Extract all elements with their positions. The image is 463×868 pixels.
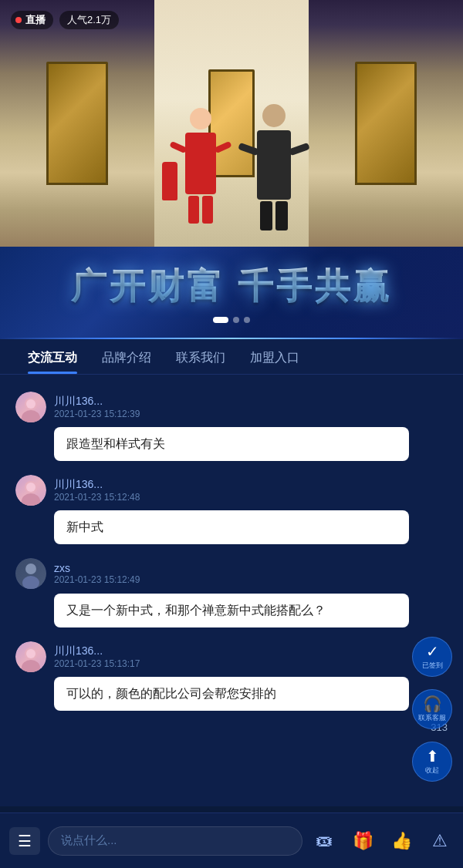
person-red-body [185, 133, 216, 194]
menu-icon: ☰ [18, 832, 32, 850]
person-red-leg-left [188, 196, 199, 224]
avatar-image [15, 641, 46, 672]
banner-dot-1[interactable] [213, 317, 228, 323]
checkin-button[interactable]: ✓ 已签到 [412, 637, 452, 677]
avatar [15, 392, 46, 422]
customer-service-button[interactable]: 🎧 联系客服 [412, 689, 452, 729]
tabs-section: 交流互动 品牌介绍 联系我们 加盟入口 [0, 339, 463, 375]
customer-service-label: 联系客服 [418, 713, 446, 723]
person-red-leg-right [202, 196, 213, 224]
chat-input[interactable]: 说点什么... [48, 826, 302, 856]
svg-point-5 [26, 483, 35, 492]
tabs-row: 交流互动 品牌介绍 联系我们 加盟入口 [0, 339, 463, 374]
collapse-icon: ⬆ [426, 749, 439, 764]
chat-bubble: 可以的，颜色的配比公司会帮您安排的 [54, 677, 409, 711]
checkin-icon: ✓ [426, 644, 439, 659]
collapse-label: 收起 [425, 765, 439, 775]
video-section: 直播 人气2.1万 [0, 0, 463, 247]
svg-point-2 [26, 399, 35, 409]
avatar-image [15, 392, 46, 422]
chat-bubble: 跟造型和样式有关 [54, 427, 409, 461]
banner-dot-2[interactable] [233, 317, 239, 323]
banner-dot-3[interactable] [244, 317, 250, 323]
chat-section: 川川136... 2021-01-23 15:12:39 跟造型和样式有关 川川… [0, 375, 463, 806]
svg-point-7 [22, 576, 39, 589]
svg-point-1 [22, 410, 40, 422]
chat-username: 川川136... [54, 395, 140, 409]
coupon-icon: 🎟 [316, 831, 333, 851]
tab-brand[interactable]: 品牌介绍 [90, 339, 164, 374]
coupon-button[interactable]: 🎟 [310, 827, 338, 855]
list-item: 川川136... 2021-01-23 15:13:17 可以的，颜色的配比公司… [0, 637, 463, 715]
door-right [355, 62, 417, 185]
svg-point-10 [26, 649, 35, 658]
checkin-label: 已签到 [422, 661, 443, 671]
chat-time: 2021-01-23 15:12:49 [54, 574, 140, 585]
right-action-buttons: ✓ 已签到 🎧 联系客服 ⬆ 收起 [412, 637, 452, 782]
banner-section: 广开财富 千手共赢 [0, 247, 463, 339]
person-dark [247, 104, 301, 204]
chat-meta: 川川136... 2021-01-23 15:12:48 [54, 478, 140, 503]
avatar [15, 641, 46, 672]
banner-dots[interactable] [213, 317, 250, 323]
avatar-image [15, 475, 46, 506]
gift-icon: 🎁 [353, 831, 373, 851]
bottom-bar: ☰ 说点什么... 🎟 🎁 👍 ⚠ [0, 812, 463, 868]
silhouette-icon [15, 558, 46, 589]
collapse-button[interactable]: ⬆ 收起 [412, 742, 452, 782]
report-icon: ⚠ [432, 831, 448, 851]
person-dark-leg-left [260, 201, 272, 230]
headset-icon: 🎧 [423, 696, 442, 712]
chat-header: 川川136... 2021-01-23 15:13:17 [15, 641, 448, 672]
chat-time: 2021-01-23 15:13:17 [54, 658, 140, 669]
chat-header: zxs 2021-01-23 15:12:49 [15, 558, 448, 589]
video-bg [0, 0, 463, 247]
chat-meta: 川川136... 2021-01-23 15:13:17 [54, 644, 140, 669]
like-button[interactable]: 👍 [387, 827, 415, 855]
person-red-head [190, 108, 211, 130]
chat-username: zxs [54, 562, 140, 574]
live-dot [15, 17, 22, 23]
banner-text: 广开财富 千手共赢 [71, 263, 393, 311]
person-red [177, 108, 224, 200]
chat-header: 川川136... 2021-01-23 15:12:39 [15, 392, 448, 422]
chat-time: 2021-01-23 15:12:39 [54, 409, 140, 419]
report-button[interactable]: ⚠ [426, 827, 454, 855]
person-dark-body [257, 130, 291, 200]
chat-username: 川川136... [54, 644, 140, 658]
live-badge: 直播 人气2.1万 [11, 11, 119, 29]
person-dark-legs [247, 201, 301, 230]
like-icon: 👍 [391, 831, 412, 851]
chat-meta: zxs 2021-01-23 15:12:49 [54, 562, 140, 585]
chat-username: 川川136... [54, 478, 140, 492]
chat-meta: 川川136... 2021-01-23 15:12:39 [54, 395, 140, 419]
list-item: zxs 2021-01-23 15:12:49 又是一个新中式，和那个禅意新中式… [0, 553, 463, 632]
tab-chat[interactable]: 交流互动 [15, 339, 90, 374]
person-dark-leg-right [275, 201, 288, 230]
chat-bubble: 又是一个新中式，和那个禅意新中式能搭配么？ [54, 594, 409, 627]
list-item: 川川136... 2021-01-23 15:12:48 新中式 [0, 470, 463, 549]
chat-time: 2021-01-23 15:12:48 [54, 492, 140, 503]
gift-button[interactable]: 🎁 [349, 827, 377, 855]
svg-point-9 [22, 660, 40, 672]
person-red-legs [177, 196, 224, 224]
tab-contact[interactable]: 联系我们 [164, 339, 238, 374]
tab-join[interactable]: 加盟入口 [238, 339, 312, 374]
svg-point-6 [25, 564, 36, 574]
person-dark-head [262, 104, 286, 127]
menu-button[interactable]: ☰ [9, 827, 40, 855]
popularity-count: 人气2.1万 [59, 11, 119, 29]
list-item: 川川136... 2021-01-23 15:12:39 跟造型和样式有关 [0, 387, 463, 466]
fire-extinguisher [162, 162, 177, 200]
live-indicator: 直播 [11, 11, 53, 29]
chat-bubble: 新中式 [54, 510, 409, 544]
avatar-image [15, 558, 46, 589]
live-label: 直播 [25, 13, 46, 27]
chat-header: 川川136... 2021-01-23 15:12:48 [15, 475, 448, 506]
door-left [46, 62, 108, 185]
svg-point-4 [22, 493, 40, 506]
avatar [15, 558, 46, 589]
avatar [15, 475, 46, 506]
bottom-actions: 🎟 🎁 👍 ⚠ [310, 827, 454, 855]
chat-input-placeholder: 说点什么... [61, 833, 117, 848]
